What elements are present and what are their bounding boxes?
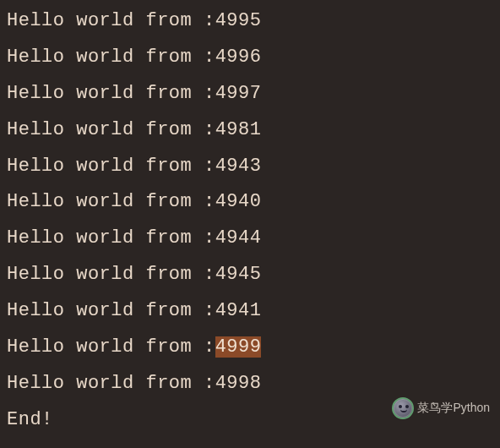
watermark-text: 菜鸟学Python xyxy=(417,401,490,416)
output-line: Hello world from :4999 xyxy=(7,330,493,366)
line-value: 4941 xyxy=(215,300,262,321)
watermark: 菜鸟学Python xyxy=(392,397,490,419)
line-prefix: Hello world from : xyxy=(7,191,215,212)
output-line: Hello world from :4996 xyxy=(7,40,493,76)
output-line: Hello world from :4981 xyxy=(7,112,493,149)
line-value: 4995 xyxy=(215,10,262,31)
line-prefix: Hello world from : xyxy=(7,156,215,177)
line-prefix: Hello world from : xyxy=(7,10,215,31)
line-value: 4943 xyxy=(215,156,262,177)
line-prefix: Hello world from : xyxy=(7,227,215,249)
output-line: Hello world from :4945 xyxy=(7,257,493,293)
line-prefix: Hello world from : xyxy=(7,300,215,321)
line-value: 4944 xyxy=(215,227,262,249)
output-line: Hello world from :4943 xyxy=(7,149,493,185)
line-prefix: Hello world from : xyxy=(7,46,215,68)
line-prefix: Hello world from : xyxy=(7,373,215,394)
line-value: 4945 xyxy=(215,264,262,285)
line-value: 4940 xyxy=(215,191,262,212)
line-value: 4996 xyxy=(215,46,262,68)
line-prefix: Hello world from : xyxy=(7,336,215,358)
output-line: Hello world from :4944 xyxy=(7,221,493,257)
output-line: Hello world from :4941 xyxy=(7,293,493,330)
line-prefix: Hello world from : xyxy=(7,119,215,140)
line-value: 4998 xyxy=(215,373,262,394)
line-value: 4997 xyxy=(215,83,262,104)
wechat-avatar-icon xyxy=(392,397,414,419)
line-prefix: Hello world from : xyxy=(7,264,215,285)
line-value: 4981 xyxy=(215,119,262,140)
output-line: Hello world from :4997 xyxy=(7,76,493,112)
line-prefix: Hello world from : xyxy=(7,83,215,104)
output-line: Hello world from :4940 xyxy=(7,184,493,221)
line-value-highlighted: 4999 xyxy=(215,336,262,358)
output-line: Hello world from :4995 xyxy=(7,3,493,40)
terminal-output: Hello world from :4995 Hello world from … xyxy=(0,0,500,442)
